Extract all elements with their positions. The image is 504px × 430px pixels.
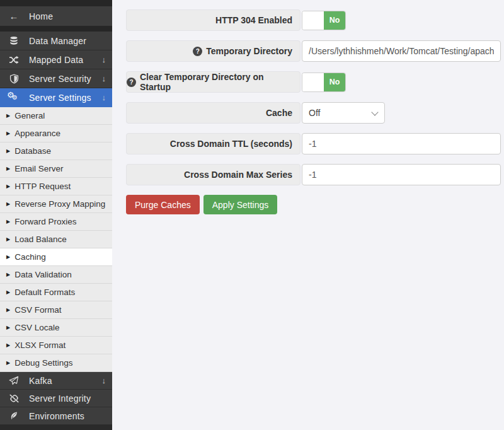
field-label-text: HTTP 304 Enabled bbox=[215, 15, 292, 25]
sidebar-item-general[interactable]: ▶General bbox=[0, 107, 112, 125]
field-label: ? Clear Temporary Directory on Startup bbox=[126, 71, 301, 93]
cross-domain-max-series-input[interactable] bbox=[302, 164, 501, 185]
sidebar-item-database[interactable]: ▶Database bbox=[0, 142, 112, 160]
caret-right-icon: ▶ bbox=[6, 113, 10, 119]
sidebar-item-home[interactable]: ← Home bbox=[0, 6, 112, 26]
field-label-text: Cross Domain TTL (seconds) bbox=[170, 139, 292, 149]
field-label: Cross Domain TTL (seconds) bbox=[126, 133, 301, 154]
purge-caches-button[interactable]: Purge Caches bbox=[126, 195, 200, 214]
server-settings-submenu: ▶General ▶Appearance ▶Database ▶Email Se… bbox=[0, 107, 112, 372]
sidebar-item-server-security[interactable]: Server Security ↓ bbox=[0, 69, 112, 88]
field-label-text: Cross Domain Max Series bbox=[184, 170, 292, 180]
form-row-cross-domain-max-series: Cross Domain Max Series bbox=[126, 164, 501, 185]
sidebar-top-strip bbox=[0, 0, 112, 6]
sidebar-item-label: Server Settings bbox=[29, 93, 102, 103]
caret-right-icon: ▶ bbox=[6, 184, 10, 189]
chevron-down-icon: ↓ bbox=[102, 55, 106, 64]
sidebar-item-label: Mapped Data bbox=[29, 55, 102, 65]
cache-select-wrapper: Off bbox=[302, 102, 385, 124]
caret-right-icon: ▶ bbox=[6, 202, 10, 207]
temporary-directory-input[interactable] bbox=[302, 40, 501, 62]
shield-icon bbox=[8, 74, 20, 84]
toggle-state-label: No bbox=[324, 11, 345, 30]
sidebar-item-http-request[interactable]: ▶HTTP Request bbox=[0, 178, 112, 195]
field-label: HTTP 304 Enabled bbox=[126, 9, 301, 31]
caret-right-icon: ▶ bbox=[6, 131, 10, 136]
sidebar-item-caching[interactable]: ▶Caching bbox=[0, 248, 112, 266]
sidebar-item-debug-settings[interactable]: ▶Debug Settings bbox=[0, 354, 112, 372]
toggle-state-label: No bbox=[324, 73, 345, 91]
sidebar-item-environments[interactable]: Environments bbox=[0, 407, 112, 425]
sidebar-item-data-manager[interactable]: Data Manager bbox=[0, 32, 112, 50]
sidebar-item-reverse-proxy-mapping[interactable]: ▶Reverse Proxy Mapping bbox=[0, 195, 112, 213]
form-row-cache: Cache Off bbox=[126, 102, 501, 124]
gears-icon: ⚙⚙ bbox=[8, 92, 20, 103]
sidebar-item-csv-format[interactable]: ▶CSV Format bbox=[0, 301, 112, 319]
sidebar: ← Home Data Manager Mapped Data ↓ Server… bbox=[0, 0, 112, 430]
help-icon[interactable]: ? bbox=[193, 47, 202, 56]
caret-right-icon: ▶ bbox=[6, 343, 10, 348]
form-row-http-304: HTTP 304 Enabled No bbox=[126, 9, 501, 31]
leaf-icon bbox=[8, 411, 20, 421]
sidebar-item-mapped-data[interactable]: Mapped Data ↓ bbox=[0, 50, 112, 69]
sidebar-section-divider bbox=[0, 26, 112, 32]
sidebar-item-label: Kafka bbox=[29, 376, 102, 386]
caret-right-icon: ▶ bbox=[6, 237, 10, 242]
sidebar-item-xlsx-format[interactable]: ▶XLSX Format bbox=[0, 337, 112, 354]
sidebar-item-appearance[interactable]: ▶Appearance bbox=[0, 125, 112, 142]
http-304-toggle[interactable]: No bbox=[302, 11, 346, 30]
cross-domain-ttl-input[interactable] bbox=[302, 133, 501, 154]
arrow-left-icon: ← bbox=[8, 11, 20, 21]
sidebar-item-kafka[interactable]: Kafka ↓ bbox=[0, 372, 112, 390]
form-row-temporary-directory: ? Temporary Directory bbox=[126, 40, 501, 62]
database-icon bbox=[8, 36, 20, 46]
shuffle-icon bbox=[8, 55, 20, 65]
caret-right-icon: ▶ bbox=[6, 166, 10, 171]
caret-right-icon: ▶ bbox=[6, 325, 10, 330]
sidebar-item-forward-proxies[interactable]: ▶Forward Proxies bbox=[0, 213, 112, 231]
field-label: Cache bbox=[126, 102, 301, 124]
form-row-cross-domain-ttl: Cross Domain TTL (seconds) bbox=[126, 133, 501, 154]
toggle-off-segment bbox=[302, 73, 324, 91]
apply-settings-button[interactable]: Apply Settings bbox=[203, 195, 278, 214]
sidebar-item-email-server[interactable]: ▶Email Server bbox=[0, 160, 112, 178]
field-label-text: Temporary Directory bbox=[206, 46, 292, 56]
sidebar-item-label: Data Manager bbox=[29, 36, 106, 46]
app-window: ← Home Data Manager Mapped Data ↓ Server… bbox=[0, 0, 504, 430]
sidebar-item-label: Server Integrity bbox=[29, 393, 106, 404]
sidebar-item-label: Environments bbox=[29, 411, 106, 421]
help-icon[interactable]: ? bbox=[127, 78, 136, 87]
chevron-down-icon: ↓ bbox=[102, 93, 106, 102]
field-label: ? Temporary Directory bbox=[126, 40, 301, 62]
field-label: Cross Domain Max Series bbox=[126, 164, 301, 185]
sidebar-item-load-balance[interactable]: ▶Load Balance bbox=[0, 231, 112, 248]
settings-panel: HTTP 304 Enabled No ? Temporary Director… bbox=[112, 0, 504, 430]
sidebar-bottom-strip bbox=[0, 425, 112, 430]
caret-right-icon: ▶ bbox=[6, 149, 10, 154]
caret-right-icon: ▶ bbox=[6, 272, 10, 277]
sidebar-item-default-formats[interactable]: ▶Default Formats bbox=[0, 284, 112, 301]
chevron-down-icon: ↓ bbox=[102, 376, 106, 385]
sidebar-item-server-integrity[interactable]: Server Integrity bbox=[0, 390, 112, 407]
broken-link-icon bbox=[8, 393, 20, 404]
caret-right-icon: ▶ bbox=[6, 361, 10, 366]
sidebar-item-csv-locale[interactable]: ▶CSV Locale bbox=[0, 319, 112, 337]
sidebar-item-label: Server Security bbox=[29, 74, 102, 84]
caret-right-icon: ▶ bbox=[6, 308, 10, 313]
field-label-text: Clear Temporary Directory on Startup bbox=[140, 72, 292, 92]
caret-right-icon: ▶ bbox=[6, 219, 10, 224]
cache-select[interactable]: Off bbox=[302, 102, 385, 124]
form-row-clear-temp-directory: ? Clear Temporary Directory on Startup N… bbox=[126, 71, 501, 93]
sidebar-item-data-validation[interactable]: ▶Data Validation bbox=[0, 266, 112, 284]
chevron-down-icon: ↓ bbox=[102, 74, 106, 83]
paper-plane-icon bbox=[8, 376, 20, 386]
caret-right-icon: ▶ bbox=[6, 255, 10, 260]
clear-temp-directory-toggle[interactable]: No bbox=[302, 73, 346, 92]
toggle-off-segment bbox=[302, 11, 324, 30]
sidebar-item-label: Home bbox=[29, 11, 106, 21]
form-actions: Purge Caches Apply Settings bbox=[126, 195, 501, 214]
caret-right-icon: ▶ bbox=[6, 290, 10, 295]
sidebar-item-server-settings[interactable]: ⚙⚙ Server Settings ↓ bbox=[0, 88, 112, 107]
field-label-text: Cache bbox=[266, 108, 292, 118]
